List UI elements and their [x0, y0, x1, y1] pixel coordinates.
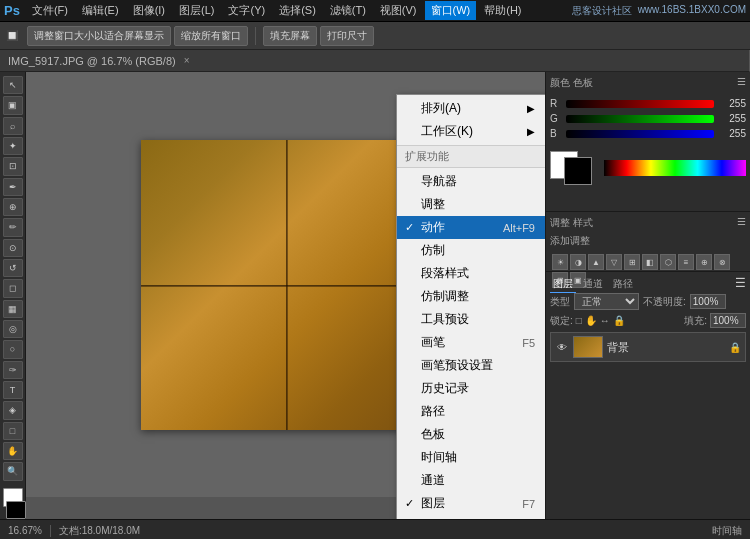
dropdown-channels[interactable]: 通道: [397, 469, 545, 492]
tool-lasso[interactable]: ⌕: [3, 117, 23, 135]
tool-eraser[interactable]: ◻: [3, 279, 23, 297]
panel-options-icon[interactable]: ☰: [737, 76, 746, 90]
menu-text[interactable]: 文字(Y): [222, 1, 271, 20]
tool-shape[interactable]: □: [3, 422, 23, 440]
arrange-arrow: ▶: [527, 103, 535, 114]
blend-mode-select[interactable]: 正常: [574, 293, 639, 310]
menu-file[interactable]: 文件(F): [26, 1, 74, 20]
canvas-image: [141, 140, 431, 430]
tab-channels[interactable]: 通道: [580, 276, 606, 293]
tool-select-rect[interactable]: ▣: [3, 96, 23, 114]
dropdown-arrange[interactable]: 排列(A) ▶: [397, 97, 545, 120]
dropdown-paths[interactable]: 路径: [397, 400, 545, 423]
canvas-tab-label: IMG_5917.JPG @ 16.7% (RGB/8): [8, 55, 176, 67]
menu-filter[interactable]: 滤镜(T): [324, 1, 372, 20]
adjust-icon-6[interactable]: ◧: [642, 254, 658, 270]
top-right-link2: www.16BS.1BXX0.COM: [638, 4, 746, 18]
dropdown-workspace[interactable]: 工作区(K) ▶: [397, 120, 545, 143]
menu-image[interactable]: 图像(I): [127, 1, 171, 20]
dropdown-adjustments[interactable]: 调整: [397, 193, 545, 216]
layer-visibility-icon[interactable]: 👁: [555, 340, 569, 354]
tool-text[interactable]: T: [3, 381, 23, 399]
tool-hand[interactable]: ✋: [3, 442, 23, 460]
dropdown-tool-presets[interactable]: 工具预设: [397, 308, 545, 331]
tab-paths[interactable]: 路径: [610, 276, 636, 293]
tool-move[interactable]: ↖: [3, 76, 23, 94]
lock-icon-4[interactable]: 🔒: [613, 315, 625, 326]
g-slider[interactable]: [566, 115, 714, 123]
adjust-icon-5[interactable]: ⊞: [624, 254, 640, 270]
tool-heal[interactable]: ⊕: [3, 198, 23, 216]
tool-crop[interactable]: ⊡: [3, 157, 23, 175]
dropdown-paragraph-styles[interactable]: 段落样式: [397, 262, 545, 285]
lock-icon-2[interactable]: ✋: [585, 315, 597, 326]
tool-path-select[interactable]: ◈: [3, 401, 23, 419]
dropdown-clone-adjust[interactable]: 仿制调整: [397, 285, 545, 308]
tool-blur[interactable]: ◎: [3, 320, 23, 338]
dropdown-layers[interactable]: ✓ 图层 F7: [397, 492, 545, 515]
adjust-icon-9[interactable]: ⊕: [696, 254, 712, 270]
adjust-icon-4[interactable]: ▽: [606, 254, 622, 270]
actions-check: ✓: [405, 221, 414, 234]
paths-label: 路径: [421, 403, 445, 420]
dropdown-navigator[interactable]: 导航器: [397, 170, 545, 193]
canvas-close-btn[interactable]: ×: [184, 55, 190, 66]
layers-options[interactable]: ☰: [735, 276, 746, 293]
bg-swatch[interactable]: [564, 157, 592, 185]
adjust-icon-10[interactable]: ⊗: [714, 254, 730, 270]
lock-icon-3[interactable]: ↔: [600, 315, 610, 326]
fill-input[interactable]: [710, 313, 746, 328]
tool-clone[interactable]: ⊙: [3, 239, 23, 257]
zoom-all-btn[interactable]: 缩放所有窗口: [174, 26, 248, 46]
main-layout: ↖ ▣ ⌕ ✦ ⊡ ✒ ⊕ ✏ ⊙ ↺ ◻ ▦ ◎ ○ ✑ T ◈ □ ✋ 🔍: [0, 72, 750, 519]
tool-eyedropper[interactable]: ✒: [3, 178, 23, 196]
brush-shortcut: F5: [502, 337, 535, 349]
dropdown-brush[interactable]: 画笔 F5: [397, 331, 545, 354]
b-slider[interactable]: [566, 130, 714, 138]
menu-window[interactable]: 窗口(W): [425, 1, 477, 20]
dropdown-layer-comps[interactable]: 图层复合: [397, 515, 545, 519]
adjust-icon-8[interactable]: ≡: [678, 254, 694, 270]
dropdown-brush-presets[interactable]: 画笔预设设置: [397, 354, 545, 377]
dropdown-history[interactable]: 历史记录: [397, 377, 545, 400]
dropdown-swatches[interactable]: 色板: [397, 423, 545, 446]
g-label: G: [550, 113, 562, 124]
color-spectrum[interactable]: [604, 160, 746, 176]
dropdown-timeline[interactable]: 时间轴: [397, 446, 545, 469]
tool-dodge[interactable]: ○: [3, 340, 23, 358]
adjust-icon-3[interactable]: ▲: [588, 254, 604, 270]
fill-screen-btn[interactable]: 填充屏幕: [263, 26, 317, 46]
tile-vertical-line: [286, 140, 288, 430]
tool-pen[interactable]: ✑: [3, 361, 23, 379]
menu-layer[interactable]: 图层(L): [173, 1, 220, 20]
adjust-options-icon[interactable]: ☰: [737, 216, 746, 230]
window-dropdown-menu[interactable]: 排列(A) ▶ 工作区(K) ▶ 扩展功能 导航器 调整: [396, 94, 545, 519]
print-size-btn[interactable]: 打印尺寸: [320, 26, 374, 46]
tool-brush[interactable]: ✏: [3, 218, 23, 236]
tool-magic-wand[interactable]: ✦: [3, 137, 23, 155]
menu-edit[interactable]: 编辑(E): [76, 1, 125, 20]
r-slider[interactable]: [566, 100, 714, 108]
layer-background[interactable]: 👁 背景 🔒: [550, 332, 746, 362]
adjust-icon-7[interactable]: ⬡: [660, 254, 676, 270]
bg-color-swatch[interactable]: [6, 501, 26, 519]
adjust-icon-1[interactable]: ☀: [552, 254, 568, 270]
ps-logo: Ps: [4, 3, 20, 18]
menu-help[interactable]: 帮助(H): [478, 1, 527, 20]
menu-view[interactable]: 视图(V): [374, 1, 423, 20]
tool-gradient[interactable]: ▦: [3, 300, 23, 318]
opacity-input[interactable]: [690, 294, 726, 309]
lock-icon-1[interactable]: □: [576, 315, 582, 326]
dropdown-clone-source[interactable]: 仿制: [397, 239, 545, 262]
adjust-icon-2[interactable]: ◑: [570, 254, 586, 270]
tab-layers[interactable]: 图层: [550, 276, 576, 293]
dropdown-actions[interactable]: ✓ 动作 Alt+F9: [397, 216, 545, 239]
clone-adjust-label: 仿制调整: [421, 288, 469, 305]
tool-zoom[interactable]: 🔍: [3, 462, 23, 480]
tool-history-brush[interactable]: ↺: [3, 259, 23, 277]
swatches-label: 色板: [421, 426, 445, 443]
fit-window-btn[interactable]: 调整窗口大小以适合屏幕显示: [27, 26, 171, 46]
actions-shortcut: Alt+F9: [483, 222, 535, 234]
blend-mode-row: 类型 正常 不透明度:: [550, 293, 746, 310]
menu-select[interactable]: 选择(S): [273, 1, 322, 20]
